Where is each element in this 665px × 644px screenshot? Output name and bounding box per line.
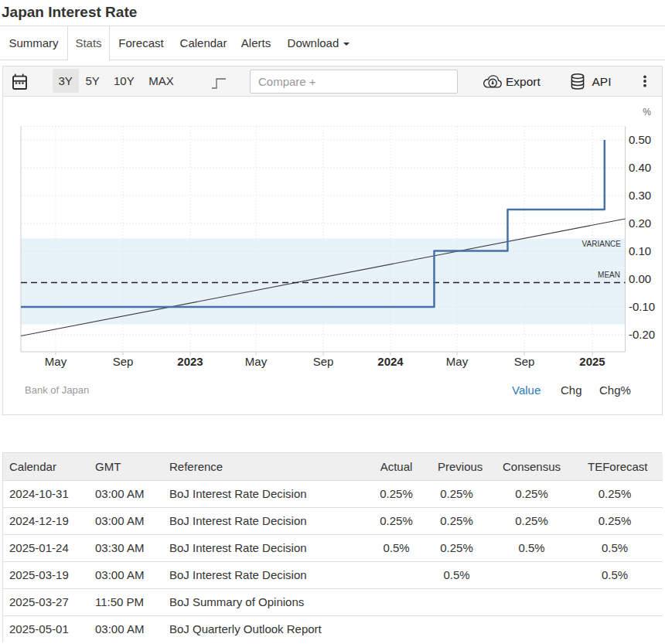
svg-text:-0.10: -0.10 [629, 300, 655, 313]
svg-text:MEAN: MEAN [598, 271, 620, 279]
svg-text:2025: 2025 [579, 355, 605, 368]
svg-text:0.50: 0.50 [629, 133, 651, 146]
svg-text:0.40: 0.40 [629, 161, 651, 174]
svg-text:May: May [45, 355, 67, 368]
svg-text:0.20: 0.20 [629, 216, 651, 230]
svg-text:Sep: Sep [313, 355, 334, 368]
svg-text:2024: 2024 [377, 355, 404, 368]
svg-text:%: % [643, 107, 651, 118]
svg-text:VARIANCE: VARIANCE [582, 240, 622, 248]
svg-text:-0.20: -0.20 [629, 328, 655, 341]
svg-text:Sep: Sep [113, 355, 134, 368]
svg-text:May: May [446, 355, 469, 368]
svg-text:0.10: 0.10 [629, 244, 651, 257]
svg-text:Sep: Sep [514, 355, 535, 368]
svg-text:May: May [245, 355, 268, 368]
svg-text:0.30: 0.30 [629, 189, 651, 202]
svg-text:2023: 2023 [177, 355, 203, 368]
svg-text:0.00: 0.00 [629, 272, 651, 285]
